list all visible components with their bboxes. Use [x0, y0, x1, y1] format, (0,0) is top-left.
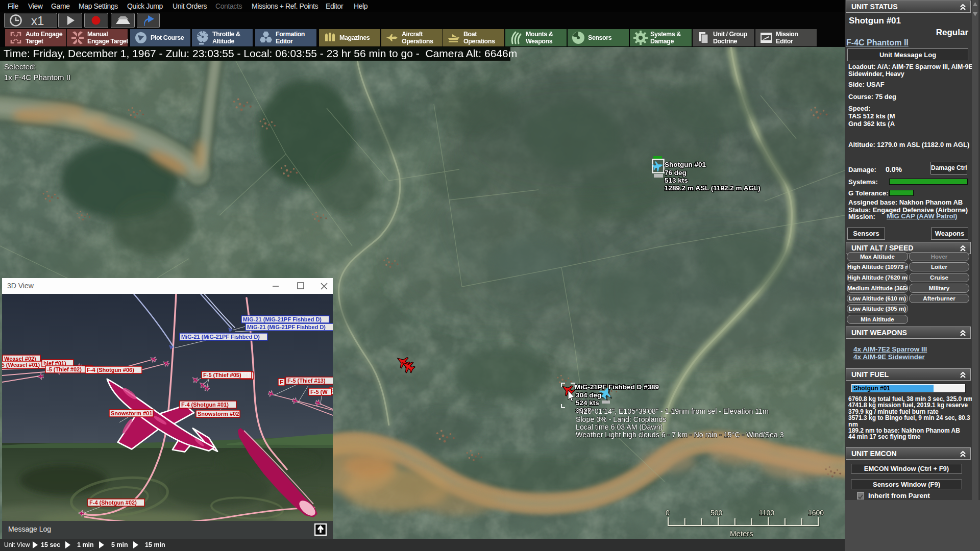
- svg-text:513 kts: 513 kts: [665, 177, 688, 184]
- svg-text:F: F: [280, 379, 283, 385]
- svg-text:F-4 (Shotgun #02): F-4 (Shotgun #02): [89, 499, 137, 506]
- svg-text:1600: 1600: [808, 509, 824, 517]
- svg-text:0: 0: [666, 509, 670, 517]
- svg-text:304 deg: 304 deg: [576, 391, 601, 399]
- svg-text:MiG-21 (MiG-21PF Fishbed D): MiG-21 (MiG-21PF Fishbed D): [243, 316, 322, 322]
- svg-text:F-4 (Shotgun #06): F-4 (Shotgun #06): [87, 367, 134, 373]
- svg-text:F-5 (Thief #13): F-5 (Thief #13): [287, 378, 326, 384]
- svg-text:MiG-21PF Fishbed D #389: MiG-21PF Fishbed D #389: [575, 383, 659, 391]
- svg-text:524 kts: 524 kts: [576, 399, 599, 407]
- svg-text:N20°01'14", E105°39'08" - 1.19: N20°01'14", E105°39'08" - 1.19nm from se…: [578, 407, 769, 415]
- svg-text:Meters: Meters: [730, 529, 753, 538]
- svg-text:-5 (Thief #02): -5 (Thief #02): [47, 366, 82, 372]
- svg-text:500: 500: [710, 509, 723, 517]
- svg-text:Weasel #02): Weasel #02): [4, 356, 36, 362]
- svg-text:x1: x1: [31, 14, 44, 28]
- svg-text:F-5 (W: F-5 (W: [310, 389, 328, 395]
- svg-text:MiG-21 (MiG-21PF Fishbed D): MiG-21 (MiG-21PF Fishbed D): [247, 324, 326, 330]
- svg-text:hief #01): hief #01): [43, 360, 66, 366]
- svg-text:F-5 (Thief #05): F-5 (Thief #05): [203, 372, 241, 378]
- svg-text:Weather Light high clouds 6 -: Weather Light high clouds 6 - 7 km - No …: [576, 431, 784, 439]
- svg-text:Slope 0% - Land: Croplands: Slope 0% - Land: Croplands: [576, 415, 666, 423]
- svg-text:-5 (Weasel #01): -5 (Weasel #01): [2, 362, 40, 368]
- svg-text:76 deg: 76 deg: [665, 169, 687, 177]
- svg-text:MiG-21 (MiG-21PF Fishbed D): MiG-21 (MiG-21PF Fishbed D): [181, 334, 260, 340]
- svg-text:Shotgun #01: Shotgun #01: [665, 161, 706, 168]
- svg-text:Snowstorm #02: Snowstorm #02: [198, 411, 239, 417]
- svg-text:F-4 (Shotgun #01): F-4 (Shotgun #01): [181, 402, 229, 408]
- svg-text:1289.2 m ASL (1192.2 m AGL): 1289.2 m ASL (1192.2 m AGL): [665, 184, 761, 192]
- svg-text:1100: 1100: [759, 509, 774, 517]
- svg-text:Local time 6:03 AM (Dawn): Local time 6:03 AM (Dawn): [576, 423, 663, 431]
- svg-text:Snowstorm #01: Snowstorm #01: [111, 410, 152, 416]
